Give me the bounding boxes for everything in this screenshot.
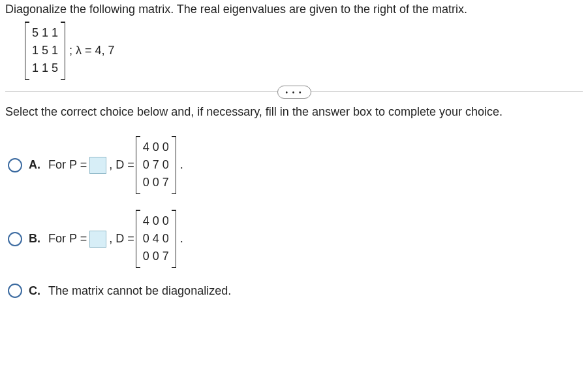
choice-c-label: C. [29, 284, 42, 298]
matrix-row: 0 7 0 [143, 156, 169, 174]
choice-a-label: A. [29, 158, 42, 172]
choice-a: A. For P = , D = 4 0 0 0 7 0 0 0 7 . [8, 136, 583, 194]
radio-c[interactable] [8, 284, 22, 298]
more-button[interactable]: • • • [277, 86, 311, 99]
d-matrix-a: 4 0 0 0 7 0 0 0 7 [136, 136, 176, 194]
choice-a-mid: , D = [109, 158, 134, 172]
matrix-row: 0 4 0 [143, 230, 169, 248]
matrix-row: 0 0 7 [143, 248, 169, 265]
answer-box-b[interactable] [89, 231, 106, 248]
problem-matrix-expression: 5 1 1 1 5 1 1 1 5 ; λ = 4, 7 [25, 22, 583, 80]
prompt-text: Select the correct choice below and, if … [5, 105, 583, 119]
period: . [180, 232, 183, 246]
choice-c: C. The matrix cannot be diagonalized. [8, 284, 583, 298]
instruction-text: Diagonalize the following matrix. The re… [5, 3, 583, 16]
matrix-row: 4 0 0 [143, 212, 169, 230]
choice-b-mid: , D = [109, 232, 134, 246]
radio-a[interactable] [8, 158, 22, 172]
choice-b: B. For P = , D = 4 0 0 0 4 0 0 0 7 . [8, 210, 583, 268]
choice-b-prefix: For P = [48, 232, 87, 246]
matrix-row: 1 1 5 [32, 59, 58, 77]
matrix-row: 4 0 0 [143, 139, 169, 156]
problem-matrix: 5 1 1 1 5 1 1 1 5 [25, 22, 65, 80]
choice-c-text: The matrix cannot be diagonalized. [48, 284, 231, 298]
d-matrix-b: 4 0 0 0 4 0 0 0 7 [136, 210, 176, 268]
choice-b-label: B. [29, 232, 42, 246]
radio-b[interactable] [8, 232, 22, 246]
matrix-row: 5 1 1 [32, 24, 58, 42]
period: . [180, 158, 183, 172]
choice-a-prefix: For P = [48, 158, 87, 172]
answer-box-a[interactable] [89, 157, 106, 174]
matrix-row: 1 5 1 [32, 42, 58, 59]
matrix-row: 0 0 7 [143, 174, 169, 191]
eigenvalue-text: ; λ = 4, 7 [69, 44, 115, 57]
